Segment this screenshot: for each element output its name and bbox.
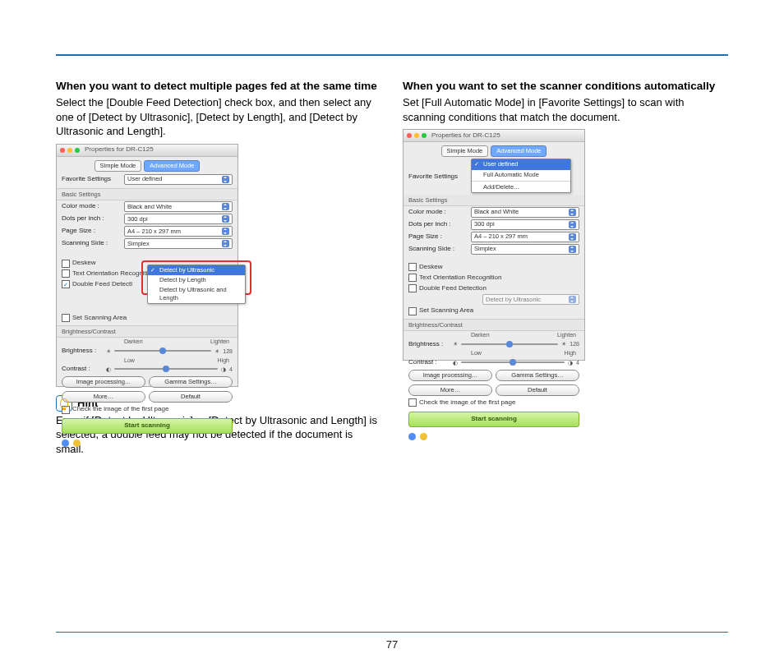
brightness-label: Brightness : <box>62 347 103 356</box>
text-orient-checkbox[interactable] <box>408 274 417 282</box>
contrast-slider[interactable] <box>114 368 218 370</box>
contrast-high-icon: ◑ <box>221 366 226 373</box>
contrast-label: Contrast : <box>408 358 450 367</box>
dropdown-icon <box>222 228 229 235</box>
dpi-select[interactable]: 300 dpi <box>471 219 579 230</box>
info-icon[interactable] <box>62 440 69 447</box>
brightness-value: 128 <box>570 340 579 348</box>
more-button[interactable]: More… <box>62 391 145 403</box>
brightness-slider[interactable] <box>114 350 211 352</box>
page-size-value: A4 – 210 x 297 mm <box>474 232 528 241</box>
check-first-page-checkbox[interactable] <box>408 398 417 407</box>
color-mode-select[interactable]: Black and White <box>124 201 233 212</box>
favorite-settings-select[interactable]: User defined <box>124 174 233 185</box>
lighten-label: Lighten <box>210 338 229 345</box>
text-orient-checkbox[interactable] <box>62 269 70 278</box>
dropdown-separator <box>472 181 570 182</box>
double-feed-checkbox[interactable] <box>408 284 417 292</box>
zoom-icon[interactable] <box>422 133 427 138</box>
darken-label: Darken <box>124 338 143 345</box>
dropdown-item-length[interactable]: Detect by Length <box>148 275 245 285</box>
gamma-settings-button[interactable]: Gamma Settings… <box>149 376 233 388</box>
tab-advanced[interactable]: Advanced Mode <box>491 145 546 157</box>
dropdown-item-both[interactable]: Detect by Ultrasonic and Length <box>148 285 245 303</box>
help-icon[interactable] <box>73 440 81 447</box>
sun-light-icon: ☀ <box>214 348 219 355</box>
high-label: High <box>218 357 229 364</box>
dropdown-item-ultrasonic[interactable]: Detect by Ultrasonic <box>148 265 245 275</box>
brightness-contrast-header: Brightness/Contrast <box>57 325 238 338</box>
tab-advanced[interactable]: Advanced Mode <box>144 160 200 172</box>
left-column: When you want to detect multiple pages f… <box>56 79 381 462</box>
contrast-value: 4 <box>229 366 233 373</box>
page-content: When you want to detect multiple pages f… <box>56 79 728 462</box>
window-titlebar: Properties for DR-C125 <box>404 130 584 142</box>
image-processing-button[interactable]: Image processing… <box>62 376 145 388</box>
gamma-settings-button[interactable]: Gamma Settings… <box>496 370 579 381</box>
double-feed-dropdown[interactable]: Detect by Ultrasonic Detect by Length De… <box>147 265 246 305</box>
color-mode-label: Color mode : <box>62 202 124 211</box>
text-orient-label: Text Orientation Recognition <box>419 274 502 283</box>
default-button[interactable]: Default <box>149 391 233 403</box>
double-feed-label: Double Feed Detecti <box>72 280 132 289</box>
double-feed-method-select[interactable]: Detect by Ultrasonic <box>482 294 579 305</box>
minimize-icon[interactable] <box>67 148 72 153</box>
scan-side-select[interactable]: Simplex <box>124 238 233 249</box>
page-size-select[interactable]: A4 – 210 x 297 mm <box>124 226 233 237</box>
minimize-icon[interactable] <box>414 133 419 138</box>
more-button[interactable]: More… <box>408 384 492 396</box>
dropdown-icon <box>222 215 229 223</box>
start-scanning-button[interactable]: Start scanning <box>62 418 233 434</box>
close-icon[interactable] <box>60 148 65 153</box>
window-titlebar: Properties for DR-C125 <box>57 145 238 157</box>
help-icon[interactable] <box>420 433 427 440</box>
dropdown-item-full-auto[interactable]: Full Automatic Mode <box>472 170 570 180</box>
info-icon[interactable] <box>408 433 416 440</box>
close-icon[interactable] <box>407 133 412 138</box>
screenshot-left: Properties for DR-C125 Simple Mode Advan… <box>56 144 238 387</box>
dropdown-icon <box>222 176 229 183</box>
set-scan-area-checkbox[interactable] <box>62 314 70 322</box>
set-scan-area-label: Set Scanning Area <box>419 306 473 315</box>
dropdown-item-add-delete[interactable]: Add/Delete… <box>472 182 570 192</box>
color-mode-value: Black and White <box>127 203 172 211</box>
set-scan-area-checkbox[interactable] <box>408 307 417 315</box>
favorite-settings-value: User defined <box>127 175 163 183</box>
page-number: 77 <box>0 638 784 651</box>
right-heading: When you want to set the scanner conditi… <box>403 79 728 94</box>
color-mode-select[interactable]: Black and White <box>471 207 579 218</box>
default-button[interactable]: Default <box>496 384 579 396</box>
left-body: Select the [Double Feed Detection] check… <box>56 95 381 139</box>
tab-simple[interactable]: Simple Mode <box>95 160 142 172</box>
tab-simple[interactable]: Simple Mode <box>441 145 489 157</box>
scan-side-select[interactable]: Simplex <box>471 244 579 255</box>
dropdown-icon <box>222 240 229 247</box>
right-column: When you want to set the scanner conditi… <box>403 79 728 462</box>
image-processing-button[interactable]: Image processing… <box>408 370 492 381</box>
deskew-label: Deskew <box>72 259 95 268</box>
page-size-select[interactable]: A4 – 210 x 297 mm <box>471 232 579 242</box>
window-title: Properties for DR-C125 <box>431 131 500 140</box>
zoom-icon[interactable] <box>75 148 80 153</box>
contrast-slider[interactable] <box>461 361 565 363</box>
favorite-settings-row: Favorite Settings User defined Full Auto… <box>404 159 584 194</box>
scan-side-label: Scanning Side : <box>408 245 471 254</box>
page-size-label: Page Size : <box>408 232 471 242</box>
dpi-value: 300 dpi <box>127 215 148 223</box>
double-feed-label: Double Feed Detection <box>419 284 487 293</box>
double-feed-checkbox[interactable] <box>62 280 70 288</box>
start-scanning-button[interactable]: Start scanning <box>408 412 579 427</box>
darken-label: Darken <box>471 331 490 338</box>
footer-icons <box>404 430 584 444</box>
dropdown-item-user-defined[interactable]: User defined <box>472 159 570 169</box>
high-label: High <box>565 349 576 357</box>
deskew-checkbox[interactable] <box>62 260 70 268</box>
mode-tabs: Simple Mode Advanced Mode <box>57 157 238 173</box>
favorite-settings-label: Favorite Settings <box>408 173 471 182</box>
dropdown-icon <box>222 203 229 210</box>
sun-dark-icon: ☀ <box>106 348 111 355</box>
favorite-settings-dropdown[interactable]: User defined Full Automatic Mode Add/Del… <box>471 159 571 192</box>
dpi-select[interactable]: 300 dpi <box>124 214 233 224</box>
brightness-slider[interactable] <box>461 343 558 345</box>
deskew-checkbox[interactable] <box>408 263 417 271</box>
